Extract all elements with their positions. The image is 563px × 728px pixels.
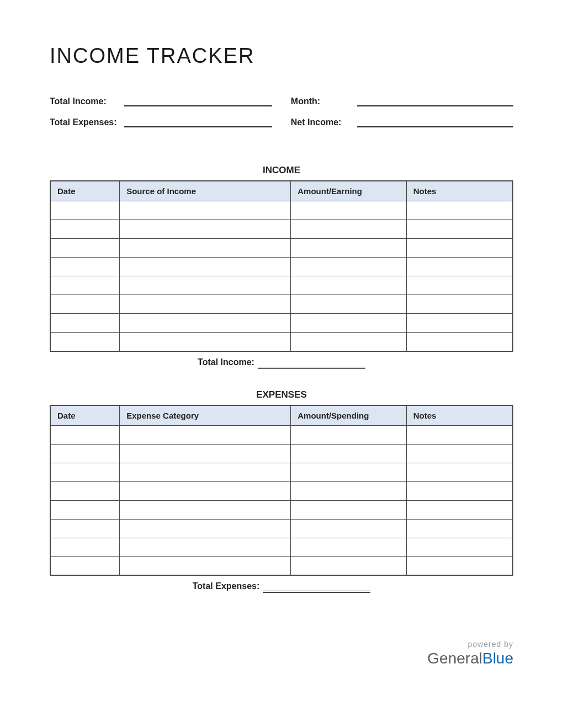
income-cell[interactable] [50,220,120,239]
expenses-cell[interactable] [120,500,291,519]
expenses-cell[interactable] [406,556,513,575]
income-table: Date Source of Income Amount/Earning Not… [50,180,513,352]
table-row [50,258,513,276]
income-header-source: Source of Income [120,181,291,201]
expenses-cell[interactable] [120,556,291,575]
expenses-total-field[interactable] [263,581,370,591]
expenses-cell[interactable] [406,500,513,519]
income-cell[interactable] [291,295,407,314]
income-cell[interactable] [50,239,120,258]
total-income-label: Total Income: [50,97,121,106]
expenses-cell[interactable] [406,481,513,500]
income-header-notes: Notes [406,181,513,201]
income-cell[interactable] [406,333,513,351]
expenses-cell[interactable] [50,556,120,575]
expenses-cell[interactable] [50,425,120,444]
income-cell[interactable] [120,314,291,333]
expenses-cell[interactable] [50,538,120,556]
income-cell[interactable] [406,201,513,220]
income-cell[interactable] [291,314,407,333]
income-cell[interactable] [50,276,120,295]
table-row [50,295,513,314]
footer-branding: powered by GeneralBlue [427,640,513,667]
expenses-total-label: Total Expenses: [193,581,260,591]
expenses-cell[interactable] [406,444,513,463]
net-income-field[interactable] [357,116,513,127]
expenses-cell[interactable] [291,556,407,575]
expenses-cell[interactable] [291,519,407,538]
table-row [50,538,513,556]
income-cell[interactable] [406,314,513,333]
summary-section: Total Income: Total Expenses: Month: Net… [50,95,513,137]
income-cell[interactable] [291,333,407,351]
income-cell[interactable] [50,295,120,314]
income-cell[interactable] [406,295,513,314]
income-cell[interactable] [120,333,291,351]
expenses-cell[interactable] [120,425,291,444]
expenses-header-category: Expense Category [120,405,291,426]
expenses-cell[interactable] [291,444,407,463]
net-income-label: Net Income: [291,117,354,127]
income-cell[interactable] [291,201,407,220]
table-row [50,220,513,239]
expenses-cell[interactable] [120,444,291,463]
expenses-cell[interactable] [120,481,291,500]
expenses-cell[interactable] [291,425,407,444]
total-income-field[interactable] [124,95,272,106]
income-cell[interactable] [406,276,513,295]
expenses-header-date: Date [50,405,120,426]
expenses-cell[interactable] [50,481,120,500]
income-cell[interactable] [120,239,291,258]
income-cell[interactable] [406,258,513,276]
page-title: INCOME TRACKER [50,44,513,68]
brand-logo: GeneralBlue [427,650,513,667]
income-cell[interactable] [50,333,120,351]
expenses-cell[interactable] [406,538,513,556]
expenses-cell[interactable] [406,519,513,538]
table-row [50,481,513,500]
expenses-cell[interactable] [120,519,291,538]
table-row [50,333,513,351]
expenses-cell[interactable] [50,519,120,538]
income-cell[interactable] [291,220,407,239]
expenses-cell[interactable] [406,425,513,444]
total-expenses-field[interactable] [124,116,272,127]
month-label: Month: [291,97,354,106]
income-cell[interactable] [120,201,291,220]
powered-by-label: powered by [427,640,513,649]
income-total-label: Total Income: [198,357,254,367]
table-row [50,201,513,220]
income-cell[interactable] [291,239,407,258]
income-cell[interactable] [291,258,407,276]
table-row [50,276,513,295]
income-cell[interactable] [120,220,291,239]
month-field[interactable] [357,95,513,106]
expenses-cell[interactable] [120,463,291,481]
expenses-cell[interactable] [50,500,120,519]
expenses-header-notes: Notes [406,405,513,426]
expenses-cell[interactable] [406,463,513,481]
income-cell[interactable] [50,314,120,333]
income-cell[interactable] [50,201,120,220]
income-cell[interactable] [120,295,291,314]
table-row [50,444,513,463]
income-cell[interactable] [120,258,291,276]
expenses-cell[interactable] [120,538,291,556]
expenses-cell[interactable] [291,538,407,556]
expenses-cell[interactable] [50,444,120,463]
table-row [50,314,513,333]
expenses-cell[interactable] [291,481,407,500]
income-cell[interactable] [291,276,407,295]
expenses-cell[interactable] [50,463,120,481]
table-row [50,556,513,575]
expenses-cell[interactable] [291,463,407,481]
income-cell[interactable] [50,258,120,276]
income-cell[interactable] [406,220,513,239]
income-cell[interactable] [120,276,291,295]
table-row [50,519,513,538]
income-total-field[interactable] [258,357,365,367]
table-row [50,425,513,444]
expenses-cell[interactable] [291,500,407,519]
income-cell[interactable] [406,239,513,258]
expenses-section-title: EXPENSES [50,389,513,400]
